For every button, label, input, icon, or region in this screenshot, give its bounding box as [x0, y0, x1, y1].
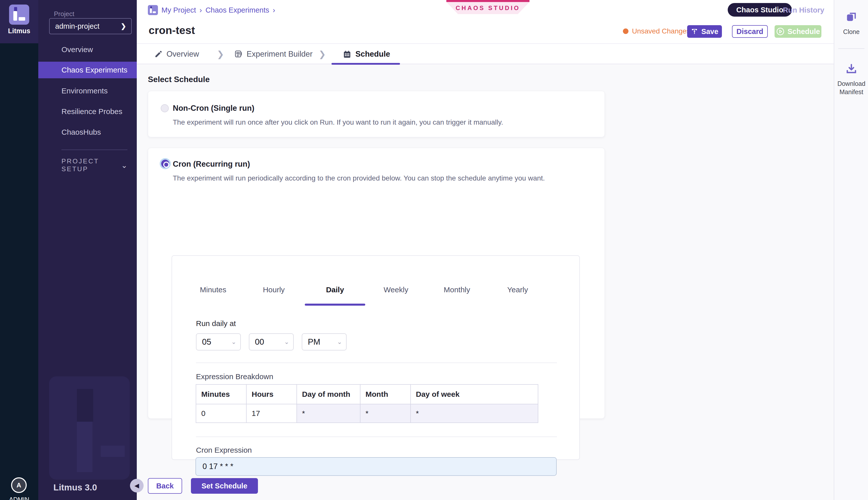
col-minutes: Minutes [196, 384, 246, 404]
view-toggle-chaos-studio[interactable]: Chaos Studio [728, 3, 792, 16]
download-manifest-button[interactable]: Download Manifest [834, 62, 868, 96]
cell-minutes: 0 [196, 404, 246, 423]
non-cron-radio[interactable] [161, 104, 169, 112]
user-role-label: ADMIN [0, 496, 38, 500]
cron-radio-selected[interactable] [161, 160, 169, 168]
table-header-row: Minutes Hours Day of month Month Day of … [196, 384, 538, 404]
view-toggle-run-history[interactable]: Run History [783, 6, 824, 14]
cell-day-of-week: * [410, 404, 538, 423]
cell-month: * [360, 404, 410, 423]
set-schedule-button[interactable]: Set Schedule [191, 478, 258, 494]
chevron-down-icon: ⌄ [121, 161, 127, 170]
left-rail: Litmus A ADMIN [0, 0, 38, 500]
litmus-breadcrumb-icon [148, 5, 158, 15]
project-label: Project [54, 10, 74, 18]
cron-settings-panel: Minutes Hourly Daily Weekly Monthly Year… [171, 255, 580, 460]
sidebar-item-label: Chaos Experiments [61, 66, 127, 74]
avatar[interactable]: A [11, 477, 27, 493]
schedule-label: Schedule [788, 27, 820, 36]
col-month: Month [360, 384, 410, 404]
cron-tab-weekly[interactable]: Weekly [384, 285, 408, 294]
sidebar-collapse-button[interactable]: ◀ [130, 479, 144, 492]
hour-select[interactable]: 05 ⌄ [196, 333, 241, 351]
banner-body: CHAOS STUDIO [446, 2, 529, 14]
select-schedule-heading: Select Schedule [148, 75, 210, 84]
breadcrumb-separator: › [273, 6, 275, 14]
sidebar-item-chaoshubs[interactable]: ChaosHubs [38, 124, 137, 140]
tab-experiment-builder[interactable]: Experiment Builder [234, 44, 313, 64]
active-cron-tab-underline [305, 304, 365, 306]
version-label: Litmus 3.0 [53, 482, 97, 492]
schedule-button-disabled[interactable]: Schedule [775, 25, 821, 38]
chevron-down-icon: ⌄ [284, 338, 289, 345]
clone-label: Clone [843, 28, 859, 36]
toggle-inactive-label: Run History [783, 6, 824, 14]
brand-name: Litmus [0, 27, 38, 35]
non-cron-title: Non-Cron (Single run) [173, 104, 255, 113]
sidebar-item-label: ChaosHubs [61, 128, 101, 136]
tab-schedule[interactable]: Schedule [343, 44, 390, 64]
set-schedule-label: Set Schedule [202, 482, 247, 490]
cron-expression-label: Cron Expression [196, 446, 252, 454]
cron-tab-daily[interactable]: Daily [326, 285, 344, 294]
col-day-of-week: Day of week [410, 384, 538, 404]
watermark-notch [77, 389, 93, 422]
chevron-down-icon: ⌄ [337, 338, 342, 345]
litmus-logo-vbar [13, 11, 17, 21]
non-cron-description: The experiment will run once after you c… [173, 118, 503, 126]
discard-button[interactable]: Discard [732, 25, 768, 38]
run-daily-label: Run daily at [196, 319, 236, 328]
unsaved-changes-badge: Unsaved Changes [623, 27, 690, 35]
minute-value: 00 [255, 337, 264, 347]
page-title: cron-test [149, 24, 195, 36]
minute-select[interactable]: 00 ⌄ [249, 333, 294, 351]
project-setup-label: PROJECT SETUP [61, 157, 121, 173]
cron-description: The experiment will run periodically acc… [173, 174, 545, 182]
cron-expression-input[interactable]: 0 17 * * * [195, 457, 557, 476]
cell-day-of-month: * [297, 404, 360, 423]
chevron-down-icon: ⌄ [231, 338, 236, 345]
project-selector[interactable]: admin-project ❯ [49, 18, 132, 34]
sidebar-item-chaos-experiments[interactable]: Chaos Experiments [38, 62, 137, 78]
banner-top-bar [446, 0, 529, 2]
cron-tab-minutes[interactable]: Minutes [200, 285, 226, 294]
cron-tab-monthly[interactable]: Monthly [443, 285, 470, 294]
unsaved-text: Unsaved Changes [632, 27, 690, 35]
cron-title: Cron (Recurring run) [173, 160, 250, 169]
project-setup-toggle[interactable]: PROJECT SETUP ⌄ [61, 157, 127, 173]
download-line1: Download [837, 80, 865, 87]
cron-card: Cron (Recurring run) The experiment will… [148, 148, 605, 419]
watermark-hbar [101, 446, 125, 457]
sidebar-item-label: Overview [61, 45, 93, 54]
studio-tab-bar: Overview ❯ Experiment Builder ❯ [137, 43, 834, 64]
save-button[interactable]: Save [687, 25, 722, 38]
download-line2: Manifest [839, 88, 863, 95]
pencil-icon [155, 50, 162, 58]
tab-overview[interactable]: Overview [155, 44, 199, 64]
cron-tab-yearly[interactable]: Yearly [507, 285, 528, 294]
breadcrumb-project-link[interactable]: My Project [161, 6, 196, 14]
project-name: admin-project [55, 22, 100, 31]
sidebar-item-overview[interactable]: Overview [38, 42, 137, 58]
meridiem-select[interactable]: PM ⌄ [302, 333, 347, 351]
expression-breakdown-table: Minutes Hours Day of month Month Day of … [196, 384, 538, 423]
push-icon [691, 28, 698, 35]
tab-label: Schedule [356, 49, 390, 59]
back-label: Back [156, 482, 173, 490]
download-manifest-label: Download Manifest [837, 80, 865, 96]
watermark-vbar [77, 422, 92, 472]
play-circle-icon [776, 27, 785, 36]
calendar-icon [343, 50, 351, 58]
litmus-logo-icon[interactable] [9, 4, 29, 25]
sidebar-item-environments[interactable]: Environments [38, 83, 137, 99]
breadcrumb: My Project › Chaos Experiments › [148, 5, 275, 15]
main-content: Select Schedule Non-Cron (Single run) Th… [137, 64, 834, 500]
sidebar-item-resilience-probes[interactable]: Resilience Probes [38, 103, 137, 120]
back-button[interactable]: Back [148, 478, 182, 494]
breadcrumb-section-link[interactable]: Chaos Experiments [205, 6, 269, 14]
cron-tab-hourly[interactable]: Hourly [263, 285, 285, 294]
tab-label: Overview [167, 49, 199, 59]
builder-icon [234, 50, 243, 58]
clone-icon [845, 11, 858, 24]
clone-button[interactable]: Clone [834, 11, 868, 36]
